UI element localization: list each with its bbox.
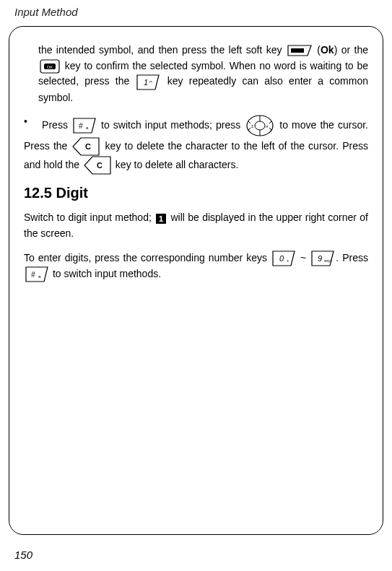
text: to switch input methods; press xyxy=(101,119,244,131)
text: the intended symbol, and then press the … xyxy=(38,44,286,56)
navigation-key-icon: ≡ л xyxy=(245,114,274,137)
svg-text:0: 0 xyxy=(279,254,284,263)
text: To enter digits, press the corresponding… xyxy=(24,252,271,263)
zero-key-icon: 0+ xyxy=(272,250,295,266)
page-header: Input Method xyxy=(14,6,78,18)
bullet-input-methods: • Press #a to switch input methods; pres… xyxy=(24,114,368,175)
ok-key-icon: OK xyxy=(40,59,60,74)
text: . Press xyxy=(336,252,368,263)
svg-text:#: # xyxy=(31,271,35,279)
page-number: 150 xyxy=(14,549,32,561)
one-key-icon: 1 xyxy=(136,74,160,90)
svg-text:+: + xyxy=(287,258,289,263)
hash-key-icon: #a xyxy=(25,266,48,282)
ok-label: Ok xyxy=(321,44,334,56)
svg-point-8 xyxy=(255,121,265,130)
paragraph-symbol-continued: the intended symbol, and then press the … xyxy=(38,43,368,105)
softkey-icon xyxy=(287,45,312,56)
svg-rect-0 xyxy=(291,48,304,53)
svg-text:OK: OK xyxy=(47,64,53,69)
clear-key-icon: C xyxy=(72,137,100,156)
nine-key-icon: 9wxyz xyxy=(311,250,334,266)
paragraph-digit-2: To enter digits, press the corresponding… xyxy=(24,250,368,283)
section-heading-digit: 12.5 Digit xyxy=(24,182,368,204)
svg-text:≡: ≡ xyxy=(251,124,254,128)
text: Switch to digit input method; xyxy=(24,212,154,223)
text: ) or the xyxy=(334,44,368,56)
svg-text:a: a xyxy=(38,274,41,279)
paragraph-digit-1: Switch to digit input method; 1 will be … xyxy=(24,210,368,241)
clear-key-icon: C xyxy=(84,156,111,175)
svg-text:#: # xyxy=(79,122,83,130)
svg-text:9: 9 xyxy=(318,254,322,263)
text: ~ xyxy=(300,252,310,263)
svg-text:C: C xyxy=(86,142,92,151)
bullet-marker: • xyxy=(24,114,38,130)
text: key to delete all characters. xyxy=(116,159,238,170)
content-frame: the intended symbol, and then press the … xyxy=(9,26,383,535)
svg-text:л: л xyxy=(266,124,269,128)
svg-text:a: a xyxy=(86,126,89,130)
text: to switch input methods. xyxy=(53,268,161,279)
hash-key-icon: #a xyxy=(73,118,96,134)
svg-text:wxyz: wxyz xyxy=(324,258,333,263)
text: Press xyxy=(42,119,71,131)
svg-text:1: 1 xyxy=(144,78,148,87)
svg-text:C: C xyxy=(97,161,103,170)
digit-indicator-icon: 1 xyxy=(156,214,166,224)
